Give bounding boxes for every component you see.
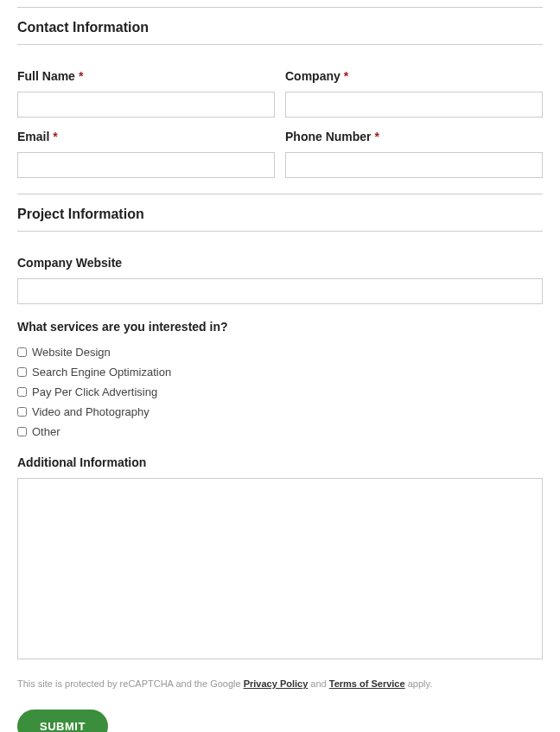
email-label: Email* [17,130,275,143]
additional-info-label: Additional Information [17,455,543,469]
company-website-label: Company Website [17,256,543,270]
phone-label: Phone Number* [285,130,543,143]
email-input[interactable] [17,152,275,178]
services-label: What services are you interested in? [17,320,543,334]
required-marker: * [375,130,379,143]
company-input[interactable] [285,92,543,118]
service-option-label: Pay Per Click Advertising [32,385,157,398]
required-marker: * [53,130,57,143]
privacy-policy-link[interactable]: Privacy Policy [244,678,309,689]
project-section-heading: Project Information [17,194,543,232]
required-marker: * [79,69,83,83]
service-checkbox-other[interactable] [17,427,27,436]
full-name-label: Full Name* [17,69,275,83]
submit-button[interactable]: SUBMIT [17,710,108,732]
service-option-label: Website Design [32,346,111,359]
service-checkbox-seo[interactable] [17,367,27,377]
contact-section-heading: Contact Information [17,7,543,45]
service-checkbox-ppc[interactable] [17,387,27,397]
service-checkbox-website-design[interactable] [17,347,27,357]
company-website-input[interactable] [17,278,543,304]
service-option-label: Search Engine Optimization [32,366,171,379]
required-marker: * [344,69,348,83]
terms-of-service-link[interactable]: Terms of Service [329,678,405,689]
service-option-label: Other [32,425,60,438]
phone-input[interactable] [285,152,543,178]
additional-info-textarea[interactable] [17,478,543,659]
full-name-input[interactable] [17,92,275,118]
company-label: Company* [285,69,543,83]
service-option-label: Video and Photography [32,405,150,418]
recaptcha-notice: This site is protected by reCAPTCHA and … [17,678,543,689]
service-checkbox-video[interactable] [17,407,27,417]
